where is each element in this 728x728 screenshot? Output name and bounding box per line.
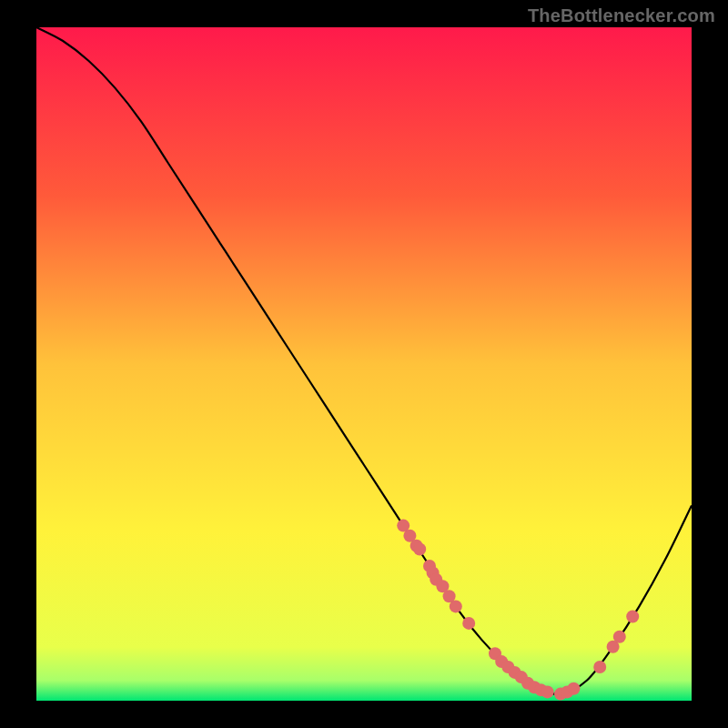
- gradient-background: [36, 27, 692, 701]
- sample-point: [567, 682, 580, 695]
- sample-point: [613, 631, 626, 643]
- sample-point: [541, 685, 554, 698]
- sample-point: [413, 543, 426, 556]
- sample-point: [593, 661, 606, 673]
- bottleneck-chart: [36, 27, 692, 701]
- sample-point: [450, 600, 462, 612]
- sample-point: [462, 617, 475, 630]
- sample-point: [626, 611, 639, 623]
- attribution-text: TheBottlenecker.com: [528, 5, 715, 26]
- chart-canvas: [36, 27, 692, 701]
